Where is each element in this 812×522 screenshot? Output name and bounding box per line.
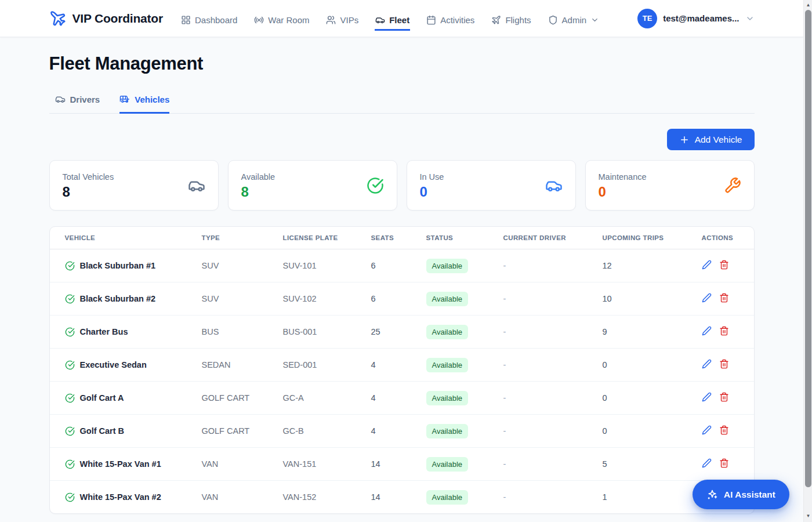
type-cell: BUS <box>202 327 283 336</box>
chevron-down-icon <box>745 14 755 23</box>
type-cell: SEDAN <box>202 360 283 369</box>
delete-vehicle-button[interactable] <box>719 392 729 404</box>
seats-cell: 14 <box>371 492 426 502</box>
scrollbar-thumb[interactable] <box>805 10 811 487</box>
license-plate-cell: SUV-101 <box>283 261 371 270</box>
nav-item-label: Activities <box>440 15 474 25</box>
status-cell: Available <box>426 259 503 273</box>
nav-item-flights[interactable]: Flights <box>491 12 531 31</box>
nav-item-admin[interactable]: Admin <box>548 12 600 31</box>
current-driver-cell: - <box>503 327 603 336</box>
table-row: Executive SedanSEDANSED-0014Available-0 <box>50 348 754 381</box>
status-cell: Available <box>426 424 503 438</box>
check-circle-icon <box>65 492 75 502</box>
pencil-icon <box>702 425 712 437</box>
main-content: Fleet Management DriversVehicles Add Veh… <box>49 53 755 514</box>
upcoming-trips-cell: 5 <box>603 459 702 469</box>
upcoming-trips-cell: 9 <box>603 327 702 336</box>
actions-cell <box>702 359 754 371</box>
trash-icon <box>719 425 729 437</box>
stat-card-in-use: In Use0 <box>407 160 576 211</box>
vehicle-name: Charter Bus <box>80 327 128 336</box>
van-icon <box>119 94 130 104</box>
vertical-scrollbar[interactable]: ▲ ▼ <box>803 0 812 522</box>
shield-icon <box>548 15 558 25</box>
edit-vehicle-button[interactable] <box>702 326 712 338</box>
sparkles-icon <box>706 489 718 501</box>
vehicle-cell: Executive Sedan <box>65 360 202 370</box>
brand[interactable]: VIP Coordinator <box>49 10 163 27</box>
delete-vehicle-button[interactable] <box>719 359 729 371</box>
trash-icon <box>719 260 729 271</box>
toolbar: Add Vehicle <box>49 129 755 150</box>
status-badge: Available <box>426 490 469 505</box>
tab-label: Vehicles <box>135 95 169 104</box>
check-circle-icon <box>65 360 75 370</box>
status-cell: Available <box>426 358 503 372</box>
type-cell: SUV <box>202 261 283 270</box>
nav-item-dashboard[interactable]: Dashboard <box>180 12 238 31</box>
nav-item-activities[interactable]: Activities <box>426 12 475 31</box>
seats-cell: 25 <box>371 327 426 336</box>
column-header-vehicle: VEHICLE <box>65 234 202 241</box>
delete-vehicle-button[interactable] <box>719 260 729 271</box>
add-vehicle-button[interactable]: Add Vehicle <box>667 129 755 150</box>
current-driver-cell: - <box>503 492 603 502</box>
nav-item-fleet[interactable]: Fleet <box>375 12 410 31</box>
column-header-upcoming-trips: UPCOMING TRIPS <box>603 234 702 241</box>
broadcast-icon <box>254 15 264 25</box>
vehicle-name: Black Suburban #2 <box>80 294 156 303</box>
status-badge: Available <box>426 358 469 372</box>
table-row: Black Suburban #1SUVSUV-1016Available-12 <box>50 249 754 282</box>
delete-vehicle-button[interactable] <box>719 458 729 470</box>
status-badge: Available <box>426 391 469 405</box>
vehicle-cell: Black Suburban #2 <box>65 294 202 304</box>
nav-item-label: War Room <box>268 15 309 25</box>
plus-icon <box>679 135 690 145</box>
nav-item-label: Dashboard <box>195 15 237 25</box>
vehicle-cell: Golf Cart A <box>65 393 202 403</box>
page-title: Fleet Management <box>49 53 755 74</box>
ai-assistant-button[interactable]: AI Assistant <box>693 480 789 509</box>
table-row: Golf Cart AGOLF CARTGC-A4Available-0 <box>50 381 754 414</box>
scroll-down-arrow-icon[interactable]: ▼ <box>804 512 812 520</box>
delete-vehicle-button[interactable] <box>719 293 729 304</box>
user-menu[interactable]: TE test@madeames... <box>637 9 754 28</box>
column-header-current-driver: CURRENT DRIVER <box>503 234 603 241</box>
stat-card-available: Available8 <box>228 160 397 211</box>
status-cell: Available <box>426 490 503 505</box>
upcoming-trips-cell: 10 <box>603 294 702 303</box>
vehicle-name: Executive Sedan <box>80 360 147 369</box>
edit-vehicle-button[interactable] <box>702 425 712 437</box>
vehicle-name: White 15-Pax Van #2 <box>80 492 161 502</box>
actions-cell <box>702 392 754 404</box>
check-circle-icon <box>65 459 75 469</box>
nav-item-war-room[interactable]: War Room <box>253 12 310 31</box>
upcoming-trips-cell: 12 <box>603 261 702 270</box>
type-cell: GOLF CART <box>202 426 283 436</box>
edit-vehicle-button[interactable] <box>702 359 712 371</box>
edit-vehicle-button[interactable] <box>702 260 712 271</box>
tab-vehicles[interactable]: Vehicles <box>119 94 169 114</box>
edit-vehicle-button[interactable] <box>702 392 712 404</box>
actions-cell <box>702 326 754 338</box>
tab-drivers[interactable]: Drivers <box>55 94 100 114</box>
scroll-up-arrow-icon[interactable]: ▲ <box>804 1 812 9</box>
trash-icon <box>719 293 729 304</box>
actions-cell <box>702 260 754 271</box>
seats-cell: 4 <box>371 360 426 369</box>
top-navigation-bar: VIP Coordinator DashboardWar RoomVIPsFle… <box>0 0 803 37</box>
stat-value: 0 <box>599 185 647 199</box>
pencil-icon <box>702 458 712 470</box>
car-icon <box>545 177 563 194</box>
current-driver-cell: - <box>503 459 603 469</box>
seats-cell: 14 <box>371 459 426 469</box>
current-driver-cell: - <box>503 360 603 369</box>
edit-vehicle-button[interactable] <box>702 293 712 304</box>
plane-logo-icon <box>49 10 67 27</box>
edit-vehicle-button[interactable] <box>702 458 712 470</box>
nav-item-vips[interactable]: VIPs <box>325 12 359 31</box>
vehicle-name: Golf Cart B <box>80 426 125 436</box>
delete-vehicle-button[interactable] <box>719 326 729 338</box>
delete-vehicle-button[interactable] <box>719 425 729 437</box>
